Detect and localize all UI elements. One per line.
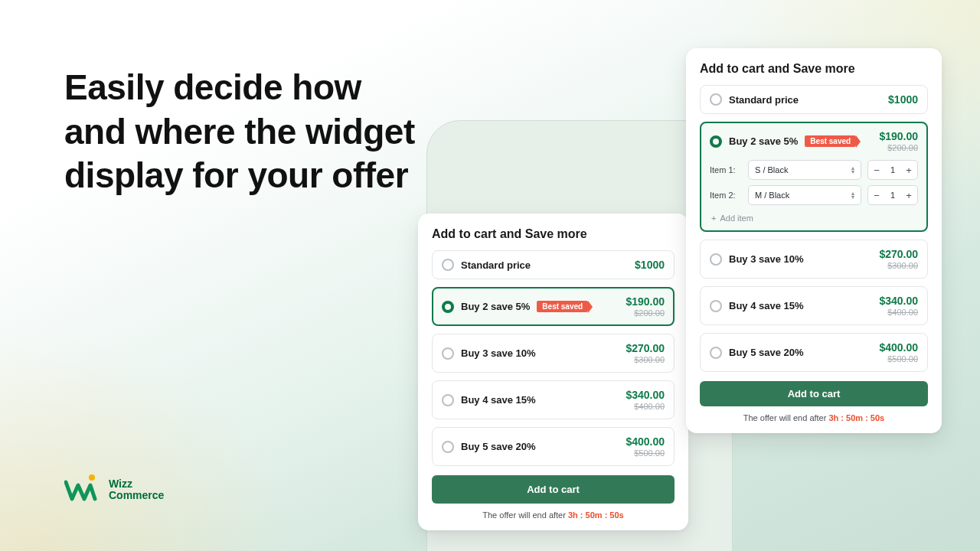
add-item-label: Add item (720, 214, 753, 223)
option-price: $340.00 (879, 295, 918, 307)
option-price: $190.00 (879, 130, 918, 142)
radio-icon (442, 347, 454, 360)
offer-timer: The offer will end after 3h : 50m : 50s (432, 510, 675, 520)
offer-timer: The offer will end after 3h : 50m : 50s (700, 413, 928, 422)
qty-plus-button[interactable]: + (900, 165, 917, 176)
page-headline: Easily decide how and where the widget d… (64, 66, 416, 198)
option-label: Standard price (461, 259, 531, 271)
option-old-price: $400.00 (879, 308, 918, 317)
add-to-cart-button[interactable]: Add to cart (432, 475, 675, 504)
option-buy5[interactable]: Buy 5 save 20% $400.00 $500.00 (700, 333, 928, 372)
radio-icon (442, 259, 454, 271)
radio-icon (442, 301, 454, 313)
item-row-1: Item 1: S / Black ▴▾ − 1 + (710, 160, 918, 180)
option-price: $1000 (635, 259, 665, 271)
brand: Wizz Commerce (64, 474, 164, 505)
svg-point-0 (89, 474, 95, 481)
quantity-stepper: − 1 + (867, 160, 918, 180)
radio-icon (710, 135, 722, 148)
radio-icon (710, 93, 722, 106)
best-saved-badge: Best saved (537, 301, 588, 312)
option-price: $270.00 (626, 342, 665, 354)
add-to-cart-button[interactable]: Add to cart (700, 381, 928, 406)
option-buy2-expanded[interactable]: Buy 2 save 5% Best saved $190.00 $200.00… (700, 122, 928, 232)
option-buy3[interactable]: Buy 3 save 10% $270.00 $300.00 (432, 334, 675, 373)
plus-icon: + (711, 214, 716, 223)
option-old-price: $300.00 (626, 355, 665, 364)
timer-value: 3h : 50m : 50s (568, 510, 624, 520)
option-label: Buy 4 save 15% (729, 300, 804, 311)
radio-icon (710, 253, 722, 266)
radio-icon (442, 394, 454, 406)
timer-prefix: The offer will end after (482, 510, 568, 520)
timer-value: 3h : 50m : 50s (828, 413, 884, 422)
option-old-price: $400.00 (626, 402, 665, 411)
variant-select[interactable]: S / Black ▴▾ (748, 160, 861, 180)
brand-name: Wizz Commerce (109, 478, 164, 502)
item-label: Item 2: (710, 191, 742, 200)
variant-select[interactable]: M / Black ▴▾ (748, 185, 861, 205)
option-price: $190.00 (626, 295, 665, 308)
quantity-stepper: − 1 + (867, 185, 918, 205)
qty-value: 1 (885, 165, 900, 174)
option-old-price: $500.00 (626, 448, 665, 458)
option-old-price: $200.00 (626, 308, 665, 318)
option-price: $1000 (888, 93, 918, 106)
best-saved-badge: Best saved (805, 135, 856, 147)
radio-icon (442, 441, 454, 453)
offer-card-simple: Add to cart and Save more Standard price… (418, 214, 688, 530)
option-price: $270.00 (879, 248, 918, 260)
radio-icon (710, 300, 722, 312)
option-buy4[interactable]: Buy 4 save 15% $340.00 $400.00 (700, 286, 928, 325)
option-buy3[interactable]: Buy 3 save 10% $270.00 $300.00 (700, 240, 928, 279)
option-price: $400.00 (626, 435, 665, 448)
card-title: Add to cart and Save more (432, 227, 675, 241)
option-standard[interactable]: Standard price $1000 (700, 85, 928, 114)
option-buy2[interactable]: Buy 2 save 5% Best saved $190.00 $200.00 (432, 287, 675, 326)
card-title: Add to cart and Save more (700, 62, 928, 76)
offer-card-expanded: Add to cart and Save more Standard price… (686, 48, 942, 433)
option-label: Buy 2 save 5% (461, 301, 530, 312)
item-label: Item 1: (710, 165, 742, 174)
qty-plus-button[interactable]: + (900, 190, 917, 201)
option-price: $340.00 (626, 389, 665, 401)
option-old-price: $200.00 (879, 143, 918, 152)
qty-minus-button[interactable]: − (868, 165, 885, 176)
option-label: Buy 2 save 5% (729, 135, 798, 147)
brand-logo (64, 474, 103, 505)
option-label: Buy 5 save 20% (729, 347, 804, 358)
option-price: $400.00 (879, 341, 918, 354)
option-old-price: $500.00 (879, 354, 918, 364)
add-item-button[interactable]: +Add item (710, 210, 918, 223)
option-label: Buy 3 save 10% (729, 253, 804, 265)
option-label: Buy 5 save 20% (461, 441, 536, 452)
brand-name-line1: Wizz (109, 478, 164, 490)
brand-name-line2: Commerce (109, 490, 164, 501)
variant-value: M / Black (755, 191, 789, 200)
variant-value: S / Black (755, 165, 788, 174)
option-old-price: $300.00 (879, 261, 918, 270)
option-label: Buy 3 save 10% (461, 347, 536, 359)
qty-value: 1 (885, 191, 900, 200)
timer-prefix: The offer will end after (743, 413, 829, 422)
radio-icon (710, 347, 722, 359)
option-standard[interactable]: Standard price $1000 (432, 250, 675, 279)
option-label: Standard price (729, 94, 799, 106)
item-row-2: Item 2: M / Black ▴▾ − 1 + (710, 185, 918, 205)
option-label: Buy 4 save 15% (461, 394, 536, 406)
select-chevrons-icon: ▴▾ (851, 191, 854, 199)
option-buy4[interactable]: Buy 4 save 15% $340.00 $400.00 (432, 380, 675, 419)
qty-minus-button[interactable]: − (868, 190, 885, 201)
select-chevrons-icon: ▴▾ (851, 166, 854, 174)
option-buy5[interactable]: Buy 5 save 20% $400.00 $500.00 (432, 427, 675, 466)
